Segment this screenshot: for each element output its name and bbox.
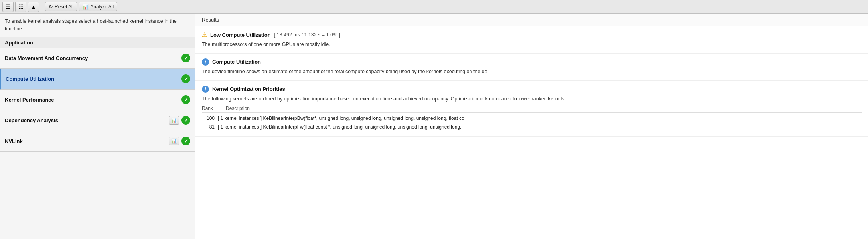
reset-all-label: Reset All bbox=[55, 4, 73, 10]
info-text: To enable kernel analysis stages select … bbox=[0, 14, 195, 37]
analysis-item-kernel-performance[interactable]: Kernel Performance ✓ bbox=[0, 90, 195, 110]
reset-all-button[interactable]: ↻ Reset All bbox=[45, 2, 77, 11]
warning-icon: ⚠ bbox=[202, 31, 207, 38]
list-view-button[interactable]: ☰ bbox=[2, 2, 14, 12]
analyze-bar-icon: 📊 bbox=[171, 118, 177, 123]
dependency-analysis-check: ✓ bbox=[181, 116, 190, 125]
analyze-all-button[interactable]: 📊 Analyze All bbox=[79, 2, 117, 11]
up-button[interactable]: ▲ bbox=[28, 2, 39, 12]
desc-col-header: Description bbox=[226, 106, 250, 111]
compute-util-title-row: i Compute Utilization bbox=[202, 58, 862, 66]
reset-icon: ↻ bbox=[49, 4, 53, 10]
compute-util-description: The device timeline shows an estimate of… bbox=[202, 68, 862, 76]
low-compute-meta: [ 18.492 ms / 1.132 s = 1.6% ] bbox=[274, 32, 340, 38]
result-section-low-compute: ⚠ Low Compute Utilization [ 18.492 ms / … bbox=[195, 26, 868, 54]
results-header: Results bbox=[195, 14, 868, 26]
analyze-all-label: Analyze All bbox=[90, 4, 114, 10]
grid-view-button[interactable]: ☷ bbox=[15, 2, 26, 12]
low-compute-title-row: ⚠ Low Compute Utilization [ 18.492 ms / … bbox=[202, 31, 862, 38]
section-header: Application bbox=[0, 37, 195, 48]
low-compute-title: Low Compute Utilization bbox=[210, 32, 271, 38]
grid-icon: ☷ bbox=[18, 4, 24, 10]
nvlink-check: ✓ bbox=[181, 137, 190, 145]
info-icon-compute: i bbox=[202, 58, 209, 66]
rank-col-header: Rank bbox=[202, 106, 218, 111]
analysis-item-nvlink[interactable]: NVLink 📊 ✓ bbox=[0, 131, 195, 152]
bar-chart-icon: 📊 bbox=[82, 4, 89, 10]
rank-value-2: 81 bbox=[202, 123, 218, 132]
analysis-item-dependency-analysis[interactable]: Dependency Analysis 📊 ✓ bbox=[0, 110, 195, 131]
dependency-analysis-label: Dependency Analysis bbox=[5, 118, 169, 123]
dependency-analysis-analyze-btn[interactable]: 📊 bbox=[169, 116, 179, 125]
desc-value-1: [ 1 kernel instances ] KeBilinearInterpB… bbox=[218, 114, 862, 123]
kernel-opt-title: Kernel Optimization Priorities bbox=[212, 86, 285, 92]
dependency-analysis-actions: 📊 ✓ bbox=[169, 116, 190, 125]
results-label: Results bbox=[202, 17, 219, 23]
analysis-item-compute-utilization[interactable]: Compute Utilization ✓ bbox=[0, 69, 195, 90]
result-section-compute-utilization: i Compute Utilization The device timelin… bbox=[195, 54, 868, 81]
main-content: To enable kernel analysis stages select … bbox=[0, 14, 868, 239]
separator bbox=[42, 3, 42, 11]
data-movement-actions: ✓ bbox=[181, 54, 190, 62]
up-icon: ▲ bbox=[31, 4, 36, 10]
compute-utilization-actions: ✓ bbox=[181, 74, 190, 83]
compute-utilization-label: Compute Utilization bbox=[6, 76, 181, 82]
left-panel: To enable kernel analysis stages select … bbox=[0, 14, 195, 239]
list-icon: ☰ bbox=[6, 4, 11, 10]
compute-util-title: Compute Utilization bbox=[212, 59, 261, 65]
info-icon-kernel-opt: i bbox=[202, 86, 209, 93]
table-row-2: 81 [ 1 kernel instances ] KeBilinearInte… bbox=[202, 123, 862, 132]
kernel-opt-title-row: i Kernel Optimization Priorities bbox=[202, 86, 862, 93]
rank-value-1: 100 bbox=[202, 114, 218, 123]
result-section-kernel-optimization: i Kernel Optimization Priorities The fol… bbox=[195, 81, 868, 137]
data-movement-label: Data Movement And Concurrency bbox=[5, 55, 181, 61]
compute-utilization-check: ✓ bbox=[181, 74, 190, 83]
toolbar: ☰ ☷ ▲ ↻ Reset All 📊 Analyze All bbox=[0, 0, 868, 14]
kernel-table-header: Rank Description bbox=[202, 106, 862, 113]
nvlink-analyze-btn[interactable]: 📊 bbox=[169, 137, 179, 145]
right-panel: Results ⚠ Low Compute Utilization [ 18.4… bbox=[195, 14, 868, 239]
data-movement-check: ✓ bbox=[181, 54, 190, 62]
kernel-performance-label: Kernel Performance bbox=[5, 97, 181, 103]
desc-value-2: [ 1 kernel instances ] KeBilinearInterpF… bbox=[218, 123, 862, 132]
kernel-performance-actions: ✓ bbox=[181, 95, 190, 104]
kernel-opt-description: The following kernels are ordered by opt… bbox=[202, 95, 862, 103]
nvlink-actions: 📊 ✓ bbox=[169, 137, 190, 145]
analysis-item-data-movement[interactable]: Data Movement And Concurrency ✓ bbox=[0, 48, 195, 69]
kernel-performance-check: ✓ bbox=[181, 95, 190, 104]
table-row-1: 100 [ 1 kernel instances ] KeBilinearInt… bbox=[202, 114, 862, 123]
low-compute-description: The multiprocessors of one or more GPUs … bbox=[202, 41, 862, 48]
nvlink-label: NVLink bbox=[5, 138, 169, 144]
nvlink-bar-icon: 📊 bbox=[171, 138, 177, 144]
